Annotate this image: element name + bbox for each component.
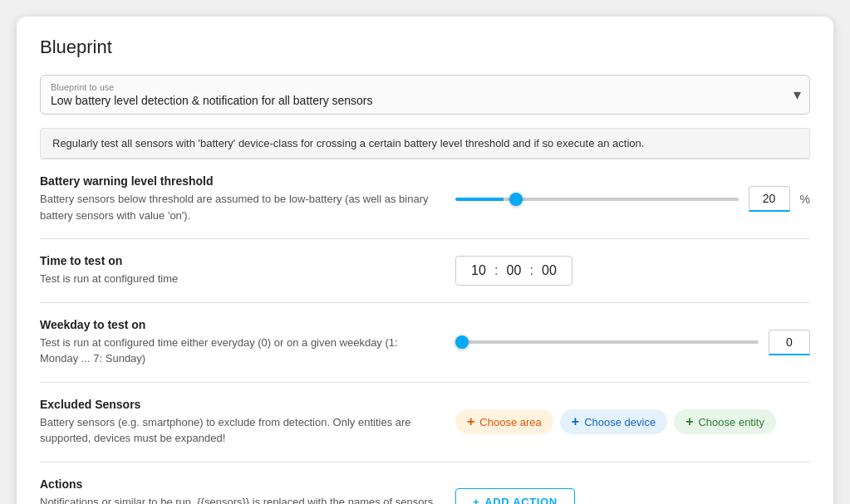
battery-threshold-right: 20 % <box>455 186 810 212</box>
excluded-sensors-chips: + Choose area + Choose device + Choose e… <box>455 409 810 434</box>
battery-slider-container <box>455 198 739 201</box>
actions-section: Actions Notifications or similar to be r… <box>40 462 810 505</box>
add-action-plus-icon: + <box>473 496 479 505</box>
dropdown-icon: ▾ <box>793 86 801 104</box>
excluded-sensors-section: Excluded Sensors Battery sensors (e.g. s… <box>40 382 810 462</box>
add-action-label: ADD ACTION <box>484 496 558 505</box>
weekday-value: 0 <box>769 330 810 355</box>
time-section-right: : : <box>455 256 810 286</box>
time-hour-field[interactable] <box>466 263 491 278</box>
time-minute-field[interactable] <box>501 263 526 278</box>
choose-area-label: Choose area <box>479 416 541 428</box>
choose-device-chip[interactable]: + Choose device <box>560 409 667 434</box>
choose-device-label: Choose device <box>584 416 656 428</box>
weekday-section-right: 0 <box>455 330 810 355</box>
device-plus-icon: + <box>572 415 579 428</box>
page-title: Blueprint <box>40 37 810 58</box>
area-plus-icon: + <box>467 415 474 428</box>
weekday-section: Weekday to test on Test is run at config… <box>40 302 810 382</box>
time-sep-1: : <box>494 263 498 278</box>
battery-threshold-section: Battery warning level threshold Battery … <box>40 159 810 238</box>
battery-threshold-desc: Battery sensors below threshold are assu… <box>40 191 439 223</box>
excluded-sensors-title: Excluded Sensors <box>40 398 439 411</box>
weekday-desc: Test is run at configured time either ev… <box>40 335 439 367</box>
time-section-left: Time to test on Test is run at configure… <box>40 254 439 287</box>
actions-section-left: Actions Notifications or similar to be r… <box>40 477 439 505</box>
time-sep-2: : <box>529 263 533 278</box>
weekday-section-left: Weekday to test on Test is run at config… <box>40 318 439 367</box>
battery-threshold-title: Battery warning level threshold <box>40 174 439 188</box>
choose-area-chip[interactable]: + Choose area <box>455 409 553 434</box>
blueprint-select-label: Blueprint to use <box>51 82 799 92</box>
choose-entity-label: Choose entity <box>698 416 764 428</box>
choose-entity-chip[interactable]: + Choose entity <box>674 409 776 434</box>
time-desc: Test is run at configured time <box>40 271 439 287</box>
battery-threshold-value: 20 <box>749 186 790 212</box>
blueprint-select[interactable]: Blueprint to use Low battery level detec… <box>40 75 810 115</box>
time-section: Time to test on Test is run at configure… <box>40 238 810 302</box>
battery-threshold-slider[interactable] <box>455 198 739 201</box>
excluded-sensors-desc: Battery sensors (e.g. smartphone) to exc… <box>40 414 439 447</box>
battery-threshold-left: Battery warning level threshold Battery … <box>40 174 439 223</box>
time-input-group: : : <box>455 256 572 286</box>
actions-desc: Notifications or similar to be run. {{se… <box>40 494 439 505</box>
blueprint-select-value: Low battery level detection & notificati… <box>51 94 799 107</box>
battery-unit: % <box>800 193 810 206</box>
weekday-slider-container <box>455 340 759 344</box>
actions-section-right: + ADD ACTION <box>455 488 810 505</box>
blueprint-description: Regularly test all sensors with 'battery… <box>40 128 810 159</box>
weekday-title: Weekday to test on <box>40 318 439 331</box>
weekday-slider[interactable] <box>455 340 759 344</box>
add-action-button[interactable]: + ADD ACTION <box>455 488 575 505</box>
actions-title: Actions <box>40 477 439 491</box>
blueprint-card: Blueprint Blueprint to use Low battery l… <box>17 17 833 504</box>
entity-plus-icon: + <box>685 415 693 428</box>
time-second-field[interactable] <box>537 263 562 278</box>
time-title: Time to test on <box>40 254 439 267</box>
excluded-sensors-left: Excluded Sensors Battery sensors (e.g. s… <box>40 398 439 447</box>
